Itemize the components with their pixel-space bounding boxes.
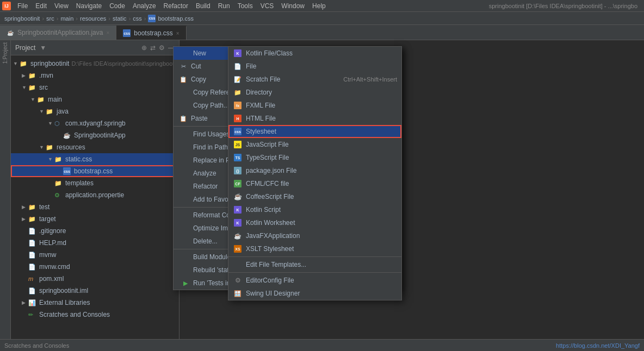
props-icon: ⚙ xyxy=(54,192,63,199)
sub-editorconfig[interactable]: ⚙ EditorConfig File xyxy=(228,274,401,287)
folder-icon: 📁 xyxy=(28,204,37,211)
menu-bar: IJ File Edit View Navigate Code Analyze … xyxy=(0,0,644,12)
js-icon: JS xyxy=(233,141,243,149)
scratches-item[interactable]: ✏ Scratches and Consoles xyxy=(11,309,179,321)
tabs-bar: ☕ SpringbootinitApplication.java × css b… xyxy=(0,25,644,40)
menu-edit[interactable]: Edit xyxy=(32,1,50,11)
sub-stylesheet[interactable]: css Stylesheet xyxy=(228,125,401,138)
sub-directory[interactable]: 📁 Directory xyxy=(228,86,401,99)
folder-icon: 📁 xyxy=(37,96,46,103)
breadcrumb-src[interactable]: src xyxy=(46,15,54,22)
file-icon: 📄 xyxy=(233,63,243,70)
list-item[interactable]: ▶ 📁 target xyxy=(11,213,179,225)
sub-packagejson[interactable]: {} package.json File xyxy=(228,164,401,177)
sub-html[interactable]: H HTML File xyxy=(228,112,401,125)
list-item[interactable]: m pom.xml xyxy=(11,273,179,285)
tab-css-close[interactable]: × xyxy=(176,30,179,36)
list-item[interactable]: ▼ 📁 resources xyxy=(11,141,179,153)
breadcrumb-resources[interactable]: resources xyxy=(80,15,106,22)
html-icon: H xyxy=(233,115,243,123)
dir-icon: 📁 xyxy=(233,89,243,96)
menu-build[interactable]: Build xyxy=(193,1,214,11)
sub-kotlin-class[interactable]: K Kotlin File/Class xyxy=(228,47,401,60)
ctx-cut-icon: ✂ xyxy=(178,63,189,70)
sub-kotlin-script[interactable]: K Kotlin Script xyxy=(228,203,401,216)
menu-refactor[interactable]: Refactor xyxy=(160,1,191,11)
list-item[interactable]: 📄 springbootinit.iml xyxy=(11,285,179,297)
sub-xslt[interactable]: XS XSLT Stylesheet xyxy=(228,242,401,255)
tab-java-close[interactable]: × xyxy=(106,30,109,36)
header-icon-sync[interactable]: ⇄ xyxy=(150,44,156,52)
sub-js[interactable]: JS JavaScript File xyxy=(228,138,401,151)
breadcrumb-static[interactable]: static xyxy=(113,15,127,22)
breadcrumb-project[interactable]: springbootinit xyxy=(4,15,40,22)
breadcrumb-main[interactable]: main xyxy=(60,15,73,22)
sub-edit-templates[interactable]: Edit File Templates... xyxy=(228,258,401,271)
tab-java[interactable]: ☕ SpringbootinitApplication.java × xyxy=(0,26,116,40)
css-file-tree-icon: css xyxy=(63,167,72,175)
list-item[interactable]: ▼ 📁 src xyxy=(11,82,179,93)
css-tab-icon: css xyxy=(123,29,131,37)
menu-code[interactable]: Code xyxy=(106,1,128,11)
menu-file[interactable]: File xyxy=(14,1,31,11)
menu-run[interactable]: Run xyxy=(215,1,233,11)
menu-tools[interactable]: Tools xyxy=(234,1,256,11)
menu-navigate[interactable]: Navigate xyxy=(73,1,105,11)
sub-coffeescript[interactable]: ☕ CoffeeScript File xyxy=(228,190,401,203)
breadcrumb-file[interactable]: bootstrap.css xyxy=(158,15,193,22)
sidebar-vertical-label[interactable]: 1:Project xyxy=(2,42,8,64)
breadcrumb-css[interactable]: css xyxy=(133,15,142,22)
menu-help[interactable]: Help xyxy=(309,1,329,11)
header-icon-settings[interactable]: ⚙ xyxy=(159,44,165,52)
javafx-icon: ☕ xyxy=(233,233,243,240)
list-item[interactable]: ▼ 📁 static.css xyxy=(11,153,179,165)
swing-icon: 🪟 xyxy=(233,290,243,297)
list-item[interactable]: ⚙ application.propertie xyxy=(11,189,179,201)
sub-file[interactable]: 📄 File xyxy=(228,60,401,73)
list-item[interactable]: 📄 .gitignore xyxy=(11,225,179,237)
list-item[interactable]: ▼ 📁 main xyxy=(11,93,179,105)
list-item[interactable]: ▶ 📊 External Libraries xyxy=(11,297,179,309)
kt-script-icon: K xyxy=(233,206,243,214)
sub-cfml[interactable]: CF CFML/CFC file xyxy=(228,177,401,190)
tree-root[interactable]: ▼ 📁 springbootinit D:\Files IDEA\springb… xyxy=(11,58,179,70)
tab-css-label: bootstrap.css xyxy=(134,29,172,37)
kt-worksheet-icon: K xyxy=(233,219,243,227)
header-icons: ⊕ ⇄ ⚙ — xyxy=(141,44,175,52)
menu-vcs[interactable]: VCS xyxy=(257,1,277,11)
header-icon-add[interactable]: ⊕ xyxy=(141,44,147,52)
package-icon: ⬡ xyxy=(54,120,63,127)
list-item[interactable]: ▼ ⬡ com.xdyangf.springb xyxy=(11,117,179,129)
list-item[interactable]: ▶ 📁 test xyxy=(11,201,179,213)
list-item[interactable]: 📄 mvnw.cmd xyxy=(11,261,179,273)
menu-analyze[interactable]: Analyze xyxy=(129,1,159,11)
menu-view[interactable]: View xyxy=(51,1,72,11)
sub-packagejson-label: package.json File xyxy=(246,167,397,174)
tab-css[interactable]: css bootstrap.css × xyxy=(116,26,186,40)
sub-kotlin-worksheet[interactable]: K Kotlin Worksheet xyxy=(228,216,401,229)
list-item[interactable]: ▼ 📁 java xyxy=(11,105,179,117)
sub-swing-ui[interactable]: 🪟 Swing UI Designer xyxy=(228,287,401,300)
folder-icon: 📁 xyxy=(54,180,63,187)
coffee-icon: ☕ xyxy=(233,193,243,200)
menu-window[interactable]: Window xyxy=(278,1,308,11)
sub-fxml[interactable]: fx FXML File xyxy=(228,99,401,112)
list-item[interactable]: ☕ SpringbootinitApp xyxy=(11,129,179,141)
java-tab-icon: ☕ xyxy=(7,29,14,36)
sub-divider-2 xyxy=(228,272,401,273)
sub-edit-templates-label: Edit File Templates... xyxy=(246,261,397,268)
list-item[interactable]: 📁 templates xyxy=(11,177,179,189)
project-title: Project xyxy=(15,44,35,52)
blog-url[interactable]: https://blog.csdn.net/XDI_Yangf xyxy=(556,342,640,349)
stylesheet-icon: css xyxy=(233,128,243,136)
list-item[interactable]: ▶ 📁 .mvn xyxy=(11,70,179,82)
sub-fxml-label: FXML File xyxy=(246,102,397,109)
sub-javafx[interactable]: ☕ JavaFXApplication xyxy=(228,229,401,242)
sub-scratch-file[interactable]: 📝 Scratch File Ctrl+Alt+Shift+Insert xyxy=(228,73,401,86)
project-panel: Project ▼ ⊕ ⇄ ⚙ — ▼ 📁 springbootinit D:\… xyxy=(11,40,179,351)
bootstrap-css-file[interactable]: css bootstrap.css xyxy=(11,165,179,177)
list-item[interactable]: 📄 HELP.md xyxy=(11,237,179,249)
ext-lib-icon: 📊 xyxy=(28,299,37,306)
sub-ts[interactable]: TS TypeScript File xyxy=(228,151,401,164)
list-item[interactable]: 📄 mvnw xyxy=(11,249,179,261)
